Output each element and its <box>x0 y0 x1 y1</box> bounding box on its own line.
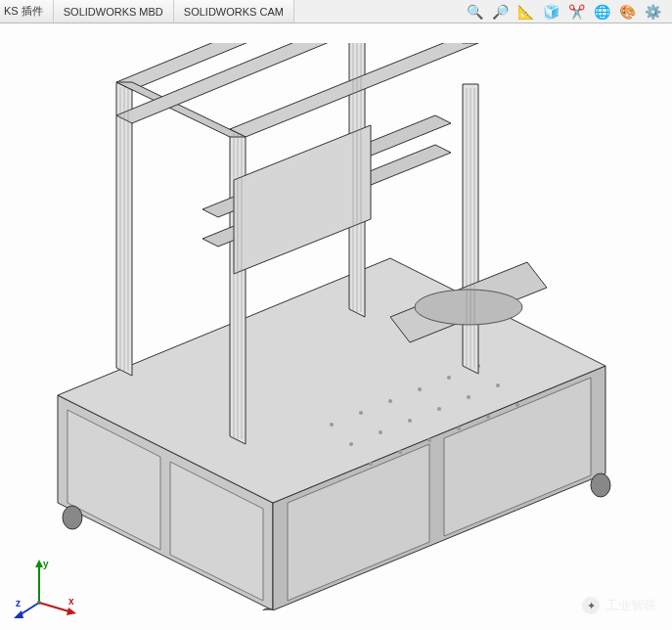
svg-marker-55 <box>35 560 43 567</box>
svg-marker-57 <box>67 608 76 615</box>
svg-point-41 <box>415 290 522 325</box>
tab-label: SOLIDWORKS MBD <box>64 6 163 18</box>
svg-point-7 <box>330 423 334 427</box>
display-style-icon[interactable]: 🧊 <box>541 2 560 22</box>
svg-marker-36 <box>116 43 365 123</box>
svg-point-8 <box>359 411 363 415</box>
view-toolbar: 🔍 🔎 📐 🧊 ✂️ 🌐 🎨 ⚙️ <box>455 0 672 23</box>
svg-marker-59 <box>14 610 23 618</box>
svg-point-60 <box>37 601 41 605</box>
tab-label: SOLIDWORKS CAM <box>184 6 284 18</box>
svg-point-17 <box>467 395 470 399</box>
svg-point-15 <box>408 419 412 423</box>
tab-plugins[interactable]: KS 插件 <box>0 0 54 22</box>
axis-z-label: z <box>16 598 21 608</box>
view-orientation-icon[interactable]: 📐 <box>515 2 535 22</box>
zoom-area-icon[interactable]: 🔎 <box>490 2 510 22</box>
section-view-icon[interactable]: ✂️ <box>566 2 586 22</box>
svg-point-21 <box>427 438 431 442</box>
svg-point-19 <box>369 462 373 466</box>
assembly-model-render <box>19 43 654 610</box>
view-orientation-triad[interactable]: y x z <box>12 554 80 622</box>
svg-point-25 <box>63 506 82 529</box>
svg-point-23 <box>486 415 490 419</box>
svg-line-56 <box>39 603 72 612</box>
tab-solidworks-mbd[interactable]: SOLIDWORKS MBD <box>54 0 174 22</box>
tab-solidworks-cam[interactable]: SOLIDWORKS CAM <box>174 0 294 22</box>
zoom-fit-icon[interactable]: 🔍 <box>465 2 484 22</box>
settings-icon[interactable]: ⚙️ <box>643 2 662 22</box>
axis-y-label: y <box>43 559 49 569</box>
svg-point-27 <box>591 473 610 497</box>
graphics-viewport[interactable]: y x z ✦ 工业智联 <box>0 23 672 630</box>
svg-point-16 <box>437 407 441 411</box>
svg-point-14 <box>379 430 382 434</box>
svg-point-11 <box>447 376 451 380</box>
tab-label: KS 插件 <box>4 4 43 19</box>
svg-point-9 <box>388 399 392 403</box>
svg-point-18 <box>496 383 500 387</box>
wechat-icon: ✦ <box>582 597 600 614</box>
scene-icon[interactable]: 🌐 <box>592 2 611 22</box>
watermark-label: 工业智联 <box>605 597 656 614</box>
axis-x-label: x <box>68 596 74 607</box>
model-3d-area[interactable] <box>0 23 672 630</box>
svg-point-24 <box>515 403 519 407</box>
svg-point-13 <box>349 442 353 446</box>
svg-point-20 <box>398 450 402 454</box>
svg-point-22 <box>457 427 461 430</box>
svg-point-10 <box>418 387 422 391</box>
watermark: ✦ 工业智联 <box>582 597 656 614</box>
appearance-icon[interactable]: 🎨 <box>617 2 637 22</box>
